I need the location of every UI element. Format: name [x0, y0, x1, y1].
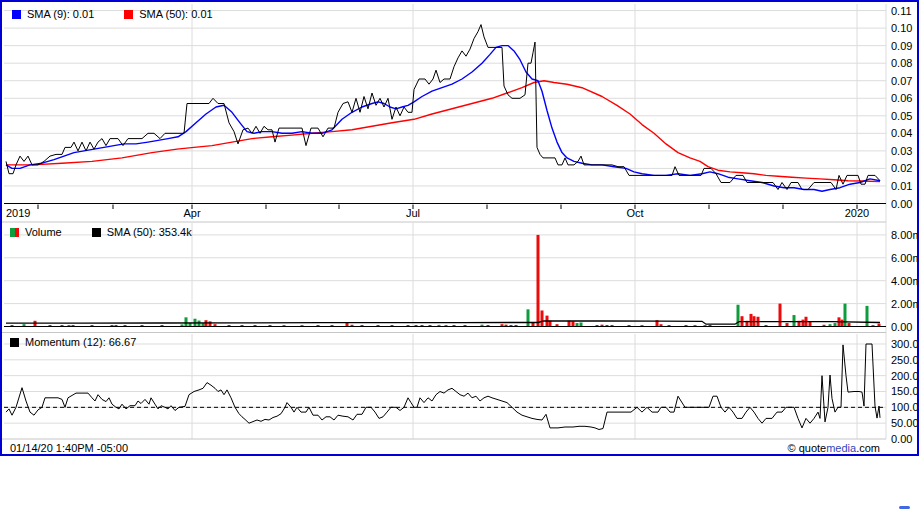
svg-text:2.00m: 2.00m: [891, 298, 917, 310]
svg-text:0.04: 0.04: [891, 127, 912, 139]
volume-sma-legend-label: SMA (50): 353.4k: [107, 226, 192, 238]
price-panel-legend: SMA (9): 0.01 SMA (50): 0.01: [12, 8, 239, 20]
svg-text:6.00m: 6.00m: [891, 252, 917, 264]
sma50-legend-item: SMA (50): 0.01: [124, 8, 212, 20]
svg-text:Apr: Apr: [183, 207, 200, 219]
svg-text:0.10: 0.10: [891, 22, 912, 34]
volume-sma-legend-item: SMA (50): 353.4k: [92, 226, 192, 238]
sma50-swatch-icon: [124, 10, 133, 19]
momentum-legend-label: Momentum (12): 66.67: [25, 336, 136, 348]
svg-text:200.00: 200.00: [891, 370, 917, 382]
quotemedia-copyright-link[interactable]: © quotemedia.com: [787, 442, 880, 454]
svg-text:2019: 2019: [6, 207, 30, 219]
svg-text:4.00m: 4.00m: [891, 275, 917, 287]
svg-text:300.00: 300.00: [891, 338, 917, 350]
svg-text:0.00: 0.00: [891, 433, 912, 445]
svg-text:8.00m: 8.00m: [891, 229, 917, 241]
svg-text:0.00: 0.00: [891, 198, 912, 210]
volume-panel-legend: Volume SMA (50): 353.4k: [10, 226, 218, 238]
page: 0.000.010.020.030.040.050.060.070.080.09…: [0, 0, 919, 517]
momentum-legend-item: Momentum (12): 66.67: [10, 336, 136, 348]
svg-text:0.07: 0.07: [891, 75, 912, 87]
volume-legend-label: Volume: [25, 226, 62, 238]
momentum-panel-legend: Momentum (12): 66.67: [10, 336, 162, 348]
svg-text:2020: 2020: [845, 207, 869, 219]
copyright-suffix: .com: [856, 442, 880, 454]
copyright-prefix: © quote: [787, 442, 826, 454]
svg-text:250.00: 250.00: [891, 354, 917, 366]
svg-text:100.00: 100.00: [891, 401, 917, 413]
svg-text:0.05: 0.05: [891, 110, 912, 122]
stock-chart-frame: 0.000.010.020.030.040.050.060.070.080.09…: [0, 0, 919, 456]
quote-timestamp: 01/14/20 1:40PM -05:00: [10, 442, 128, 454]
svg-text:0.09: 0.09: [891, 40, 912, 52]
volume-swatch-icon: [10, 228, 19, 237]
svg-text:50.00: 50.00: [891, 417, 917, 429]
sma9-legend-item: SMA (9): 0.01: [12, 8, 94, 20]
volume-sma-swatch-icon: [92, 228, 101, 237]
svg-text:0.00: 0.00: [891, 321, 912, 333]
svg-text:0.01: 0.01: [891, 180, 912, 192]
svg-text:0.11: 0.11: [891, 5, 912, 17]
svg-text:0.06: 0.06: [891, 92, 912, 104]
copyright-brand: media: [826, 442, 856, 454]
sma9-swatch-icon: [12, 10, 21, 19]
svg-text:Oct: Oct: [626, 207, 643, 219]
svg-text:150.00: 150.00: [891, 385, 917, 397]
svg-text:0.03: 0.03: [891, 145, 912, 157]
volume-legend-item: Volume: [10, 226, 62, 238]
sma9-legend-label: SMA (9): 0.01: [27, 8, 94, 20]
scroll-thumb-dash: [899, 506, 910, 509]
svg-text:0.02: 0.02: [891, 162, 912, 174]
sma50-legend-label: SMA (50): 0.01: [139, 8, 212, 20]
svg-text:Jul: Jul: [406, 207, 420, 219]
momentum-swatch-icon: [10, 338, 19, 347]
svg-text:0.08: 0.08: [891, 57, 912, 69]
